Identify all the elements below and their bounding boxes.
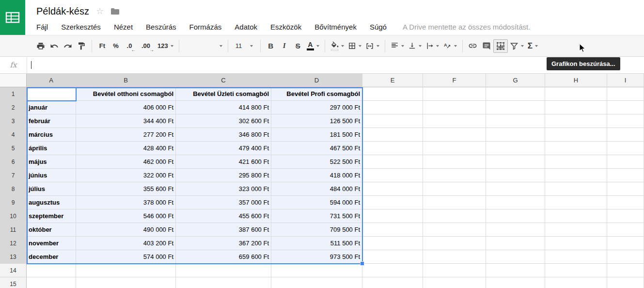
cell-D10[interactable]: 731 500 Ft (271, 209, 362, 223)
borders-button[interactable] (346, 39, 363, 53)
cell-C12[interactable]: 367 200 Ft (176, 237, 271, 250)
cell-F9[interactable] (423, 196, 486, 209)
cell-I15[interactable] (607, 277, 644, 288)
cell-A12[interactable]: november (27, 237, 76, 250)
cell-B5[interactable]: 428 400 Ft (76, 142, 176, 155)
cell-I4[interactable] (607, 128, 644, 142)
cell-F8[interactable] (423, 182, 486, 196)
cell-A13[interactable]: december (27, 250, 76, 264)
cell-D13[interactable]: 973 500 Ft (271, 250, 362, 264)
cell-I11[interactable] (607, 223, 644, 237)
cell-I1[interactable] (607, 87, 644, 101)
cell-E14[interactable] (362, 264, 423, 277)
cell-C15[interactable] (176, 277, 271, 288)
cell-G12[interactable] (486, 237, 545, 250)
cell-B12[interactable]: 403 200 Ft (76, 237, 176, 250)
text-wrap-button[interactable] (424, 39, 441, 53)
row-header-2[interactable]: 2 (0, 101, 27, 114)
cell-E13[interactable] (362, 250, 423, 264)
cell-D2[interactable]: 297 000 Ft (271, 101, 362, 114)
cell-F15[interactable] (423, 277, 486, 288)
cell-B3[interactable]: 344 400 Ft (76, 114, 176, 128)
cell-G9[interactable] (486, 196, 545, 209)
increase-decimal-button[interactable]: .00→ (139, 39, 153, 53)
column-header-A[interactable]: A (27, 74, 76, 87)
fill-handle[interactable] (360, 261, 364, 266)
number-format-button[interactable]: 123 (156, 39, 175, 53)
cell-C6[interactable]: 421 600 Ft (176, 155, 271, 169)
cell-A6[interactable]: május (27, 155, 76, 169)
row-header-14[interactable]: 14 (0, 264, 27, 277)
column-header-G[interactable]: G (486, 74, 545, 87)
cell-I2[interactable] (607, 101, 644, 114)
cell-G10[interactable] (486, 209, 545, 223)
cell-G5[interactable] (486, 142, 545, 155)
functions-button[interactable]: Σ (526, 39, 540, 53)
column-header-H[interactable]: H (545, 74, 607, 87)
cell-H12[interactable] (545, 237, 607, 250)
cell-F7[interactable] (423, 169, 486, 182)
cell-E5[interactable] (362, 142, 423, 155)
undo-button[interactable] (47, 39, 61, 53)
menu-format[interactable]: Formázás (189, 23, 222, 31)
cell-H6[interactable] (545, 155, 607, 169)
cell-E4[interactable] (362, 128, 423, 142)
row-header-3[interactable]: 3 (0, 114, 27, 128)
cell-B1[interactable]: Bevétel otthoni csomagból (76, 87, 176, 101)
document-title[interactable]: Példák-kész (36, 6, 89, 17)
cell-C13[interactable]: 659 600 Ft (176, 250, 271, 264)
cell-C11[interactable]: 387 600 Ft (176, 223, 271, 237)
cell-B8[interactable]: 355 600 Ft (76, 182, 176, 196)
cell-B7[interactable]: 322 000 Ft (76, 169, 176, 182)
text-rotation-button[interactable]: A (441, 39, 459, 53)
cell-B9[interactable]: 378 000 Ft (76, 196, 176, 209)
menu-tools[interactable]: Eszközök (270, 23, 301, 31)
insert-comment-button[interactable] (480, 39, 493, 53)
cell-G3[interactable] (486, 114, 545, 128)
cell-H1[interactable] (545, 87, 607, 101)
row-header-10[interactable]: 10 (0, 209, 27, 223)
cell-G2[interactable] (486, 101, 545, 114)
cell-I14[interactable] (607, 264, 644, 277)
cell-D5[interactable]: 467 500 Ft (271, 142, 362, 155)
cell-A2[interactable]: január (27, 101, 76, 114)
menu-addons[interactable]: Bővítmények (314, 23, 357, 31)
cell-A5[interactable]: április (27, 142, 76, 155)
row-header-13[interactable]: 13 (0, 250, 27, 264)
cell-C1[interactable]: Bevétel Üzleti csomagból (176, 87, 271, 101)
cell-F6[interactable] (423, 155, 486, 169)
fill-color-button[interactable] (329, 39, 346, 53)
cell-F4[interactable] (423, 128, 486, 142)
cell-D15[interactable] (271, 277, 362, 288)
cell-F2[interactable] (423, 101, 486, 114)
cell-B6[interactable]: 462 000 Ft (76, 155, 176, 169)
cell-E12[interactable] (362, 237, 423, 250)
menu-file[interactable]: Fájl (36, 23, 48, 31)
sheets-logo[interactable] (0, 0, 25, 35)
italic-button[interactable]: I (278, 39, 291, 53)
cell-I3[interactable] (607, 114, 644, 128)
cell-E15[interactable] (362, 277, 423, 288)
move-folder-icon[interactable] (110, 8, 120, 15)
cell-C3[interactable]: 302 600 Ft (176, 114, 271, 128)
cell-C5[interactable]: 479 400 Ft (176, 142, 271, 155)
cell-G8[interactable] (486, 182, 545, 196)
column-header-E[interactable]: E (362, 74, 423, 87)
select-all-corner[interactable] (0, 74, 27, 87)
cell-F12[interactable] (423, 237, 486, 250)
cell-E3[interactable] (362, 114, 423, 128)
vertical-align-button[interactable] (406, 39, 424, 53)
cell-F14[interactable] (423, 264, 486, 277)
cell-C9[interactable]: 357 000 Ft (176, 196, 271, 209)
cell-H8[interactable] (545, 182, 607, 196)
cell-D4[interactable]: 181 500 Ft (271, 128, 362, 142)
cell-G7[interactable] (486, 169, 545, 182)
cell-H7[interactable] (545, 169, 607, 182)
cell-G6[interactable] (486, 155, 545, 169)
text-color-button[interactable]: A (305, 39, 321, 53)
cell-B2[interactable]: 406 000 Ft (76, 101, 176, 114)
cell-A10[interactable]: szeptember (27, 209, 76, 223)
row-header-11[interactable]: 11 (0, 223, 27, 237)
column-header-D[interactable]: D (271, 74, 362, 87)
cell-H5[interactable] (545, 142, 607, 155)
